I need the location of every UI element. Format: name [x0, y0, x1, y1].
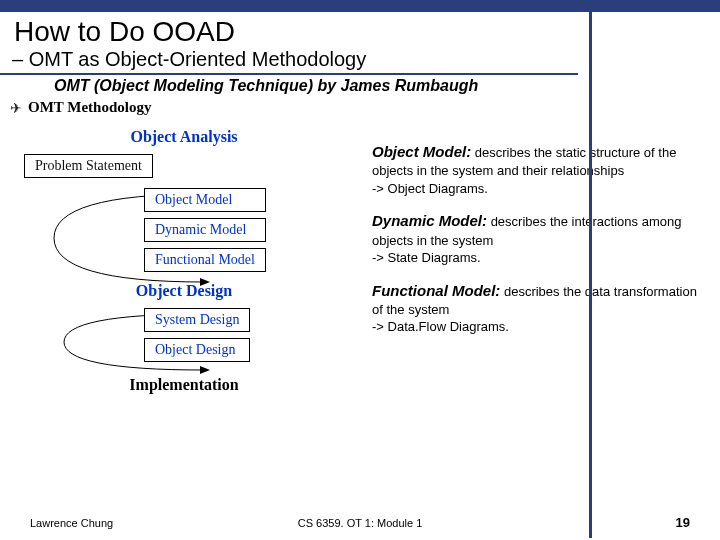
dynamic-model-description: Dynamic Model: describes the interaction… — [372, 211, 706, 266]
implementation-heading: Implementation — [14, 376, 354, 394]
slide-subhead: OMT (Object Modeling Technique) by James… — [0, 75, 720, 99]
dynamic-model-title: Dynamic Model: — [372, 212, 487, 229]
airplane-icon: ✈ — [10, 100, 22, 116]
object-design-box: Object Design — [144, 338, 250, 362]
omt-methodology-label: OMT Methodology — [28, 99, 151, 116]
functional-model-box: Functional Model — [144, 248, 266, 272]
right-accent-bar — [589, 12, 592, 538]
slide-footer: Lawrence Chung CS 6359. OT 1: Module 1 1… — [0, 515, 720, 530]
footer-course: CS 6359. OT 1: Module 1 — [298, 517, 423, 529]
object-model-box: Object Model — [144, 188, 266, 212]
object-model-arrow: -> Object Diagrams. — [372, 181, 488, 196]
slide-subtitle: – OMT as Object-Oriented Methodology — [0, 48, 578, 75]
slide-title: How to Do OOAD — [0, 12, 720, 48]
dynamic-model-arrow: -> State Diagrams. — [372, 250, 481, 265]
top-accent-bar — [0, 0, 720, 12]
slide-number: 19 — [676, 515, 690, 530]
object-model-title: Object Model: — [372, 143, 471, 160]
functional-model-title: Functional Model: — [372, 282, 500, 299]
functional-model-arrow: -> Data.Flow Diagrams. — [372, 319, 509, 334]
svg-marker-1 — [200, 366, 210, 374]
footer-author: Lawrence Chung — [30, 517, 113, 529]
svg-marker-0 — [200, 278, 210, 286]
problem-statement-box: Problem Statement — [24, 154, 153, 178]
omt-diagram: Object Analysis Problem Statement Object… — [14, 122, 354, 394]
object-model-description: Object Model: describes the static struc… — [372, 142, 706, 197]
system-design-box: System Design — [144, 308, 250, 332]
functional-model-description: Functional Model: describes the data tra… — [372, 281, 706, 336]
dynamic-model-box: Dynamic Model — [144, 218, 266, 242]
analysis-heading: Object Analysis — [14, 128, 354, 146]
model-descriptions: Object Model: describes the static struc… — [372, 122, 706, 394]
